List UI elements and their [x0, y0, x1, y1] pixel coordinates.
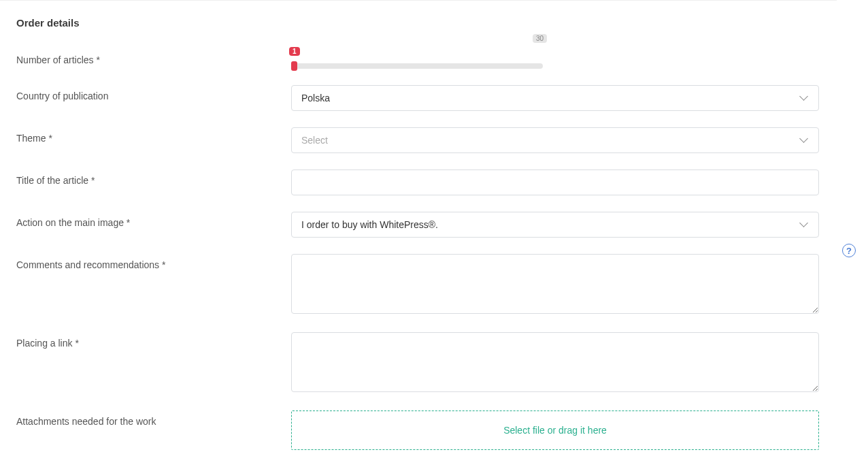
- row-action-image: Action on the main image * I order to bu…: [16, 212, 820, 238]
- label-comments: Comments and recommendations *: [16, 254, 291, 270]
- label-country: Country of publication: [16, 85, 291, 101]
- section-title: Order details: [16, 17, 820, 29]
- label-num-articles: Number of articles *: [16, 49, 291, 65]
- select-theme[interactable]: Select: [291, 127, 819, 153]
- row-comments: Comments and recommendations *: [16, 254, 820, 316]
- select-theme-value: Select: [301, 135, 328, 146]
- select-country-value: Polska: [301, 93, 330, 103]
- row-title: Title of the article *: [16, 170, 820, 195]
- row-attachments: Attachments needed for the work Select f…: [16, 410, 820, 450]
- select-action-image-value: I order to buy with WhitePress®.: [301, 219, 438, 230]
- help-icon-label: ?: [846, 246, 852, 256]
- row-country: Country of publication Polska: [16, 85, 820, 111]
- select-country[interactable]: Polska: [291, 85, 819, 111]
- row-num-articles: Number of articles * 30 1: [16, 49, 820, 69]
- label-action-image: Action on the main image *: [16, 212, 291, 228]
- help-icon[interactable]: ?: [842, 244, 856, 257]
- slider-track[interactable]: 1: [291, 63, 543, 69]
- input-title[interactable]: [291, 170, 819, 195]
- slider-value-badge: 1: [289, 47, 300, 56]
- textarea-comments[interactable]: [291, 254, 819, 314]
- select-action-image[interactable]: I order to buy with WhitePress®.: [291, 212, 819, 238]
- dropzone-text: Select file or drag it here: [503, 425, 607, 436]
- chevron-down-icon: [801, 222, 809, 227]
- dropzone-attachments[interactable]: Select file or drag it here: [291, 410, 819, 450]
- slider-handle[interactable]: 1: [291, 61, 297, 71]
- label-theme: Theme *: [16, 127, 291, 144]
- chevron-down-icon: [801, 95, 809, 101]
- label-placing-link: Placing a link *: [16, 332, 291, 349]
- label-title: Title of the article *: [16, 170, 291, 186]
- slider-num-articles[interactable]: 30 1: [291, 49, 819, 69]
- slider-max-badge: 30: [533, 34, 547, 43]
- label-attachments: Attachments needed for the work: [16, 410, 291, 427]
- row-placing-link: Placing a link *: [16, 332, 820, 394]
- textarea-placing-link[interactable]: [291, 332, 819, 392]
- chevron-down-icon: [801, 138, 809, 143]
- row-theme: Theme * Select: [16, 127, 820, 153]
